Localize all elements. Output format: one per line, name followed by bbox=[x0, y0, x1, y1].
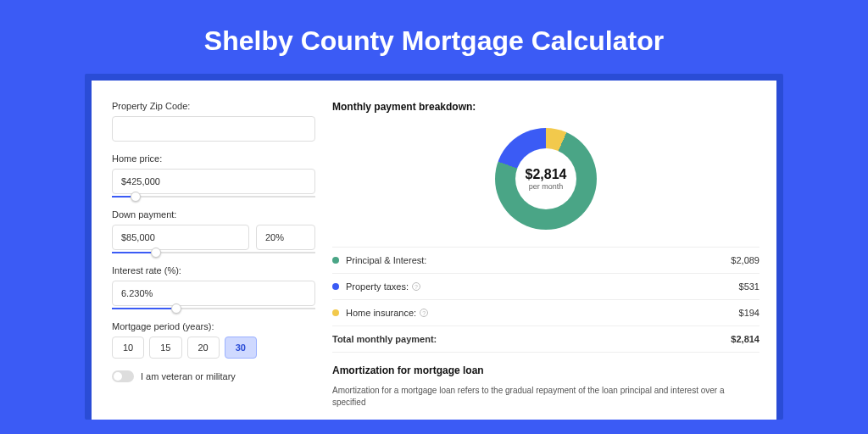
down-field-group: Down payment: bbox=[112, 209, 315, 253]
dot-blue-icon bbox=[332, 283, 339, 290]
rate-input[interactable] bbox=[112, 281, 315, 306]
period-label: Mortgage period (years): bbox=[112, 321, 315, 331]
breakdown-row-insurance: Home insurance: ? $194 bbox=[332, 300, 760, 326]
price-slider[interactable] bbox=[112, 196, 315, 198]
info-icon[interactable]: ? bbox=[412, 282, 420, 291]
dot-yellow-icon bbox=[332, 309, 339, 316]
down-pct-input[interactable] bbox=[256, 225, 315, 250]
down-slider-thumb[interactable] bbox=[151, 248, 161, 258]
donut-sub: per month bbox=[526, 182, 567, 191]
breakdown-value: $194 bbox=[739, 308, 760, 318]
breakdown-title: Monthly payment breakdown: bbox=[332, 101, 760, 113]
rate-label: Interest rate (%): bbox=[112, 265, 315, 275]
zip-input[interactable] bbox=[112, 116, 315, 142]
breakdown-label: Principal & Interest: bbox=[346, 255, 731, 265]
info-icon[interactable]: ? bbox=[420, 309, 428, 317]
donut-wrap: $2,814 per month bbox=[332, 123, 760, 242]
down-slider[interactable] bbox=[112, 252, 315, 253]
down-label: Down payment: bbox=[112, 209, 315, 220]
breakdown-total-value: $2,814 bbox=[731, 334, 760, 344]
price-field-group: Home price: bbox=[112, 153, 315, 198]
breakdown-total-label: Total monthly payment: bbox=[332, 334, 731, 344]
card-shadow: Property Zip Code: Home price: Down paym… bbox=[85, 74, 783, 420]
period-field-group: Mortgage period (years): 10 15 20 30 bbox=[112, 321, 315, 359]
price-input[interactable] bbox=[112, 169, 315, 194]
period-btn-10[interactable]: 10 bbox=[112, 337, 144, 359]
rate-field-group: Interest rate (%): bbox=[112, 265, 315, 309]
veteran-row: I am veteran or military bbox=[112, 370, 315, 382]
period-btn-30[interactable]: 30 bbox=[225, 337, 257, 359]
price-slider-thumb[interactable] bbox=[131, 192, 141, 202]
zip-field-group: Property Zip Code: bbox=[112, 101, 315, 142]
breakdown-column: Monthly payment breakdown: $2,814 per mo… bbox=[332, 101, 760, 399]
price-label: Home price: bbox=[112, 153, 315, 164]
breakdown-label: Home insurance: bbox=[346, 308, 416, 318]
zip-label: Property Zip Code: bbox=[112, 101, 315, 111]
period-row: 10 15 20 30 bbox=[112, 337, 315, 359]
dot-green-icon bbox=[332, 257, 339, 264]
form-column: Property Zip Code: Home price: Down paym… bbox=[112, 101, 315, 399]
page-title: Shelby County Mortgage Calculator bbox=[0, 0, 868, 74]
rate-slider-thumb[interactable] bbox=[171, 303, 181, 314]
breakdown-row-taxes: Property taxes: ? $531 bbox=[332, 274, 760, 300]
breakdown-list: Principal & Interest: $2,089 Property ta… bbox=[332, 247, 760, 353]
down-input[interactable] bbox=[112, 225, 249, 250]
amortization-title: Amortization for mortgage loan bbox=[332, 364, 760, 376]
calculator-card: Property Zip Code: Home price: Down paym… bbox=[92, 81, 776, 420]
breakdown-value: $531 bbox=[739, 281, 760, 292]
breakdown-row-total: Total monthly payment: $2,814 bbox=[332, 326, 760, 353]
donut-chart: $2,814 per month bbox=[495, 128, 597, 230]
period-btn-15[interactable]: 15 bbox=[149, 337, 181, 359]
breakdown-value: $2,089 bbox=[731, 255, 760, 265]
veteran-label: I am veteran or military bbox=[141, 371, 236, 381]
amortization-text: Amortization for a mortgage loan refers … bbox=[332, 385, 760, 409]
breakdown-row-principal: Principal & Interest: $2,089 bbox=[332, 248, 760, 274]
veteran-toggle[interactable] bbox=[112, 370, 134, 382]
breakdown-label: Property taxes: bbox=[346, 281, 409, 292]
rate-slider[interactable] bbox=[112, 308, 315, 309]
donut-amount: $2,814 bbox=[526, 167, 567, 182]
amortization-section: Amortization for mortgage loan Amortizat… bbox=[332, 364, 760, 409]
period-btn-20[interactable]: 20 bbox=[187, 337, 220, 359]
